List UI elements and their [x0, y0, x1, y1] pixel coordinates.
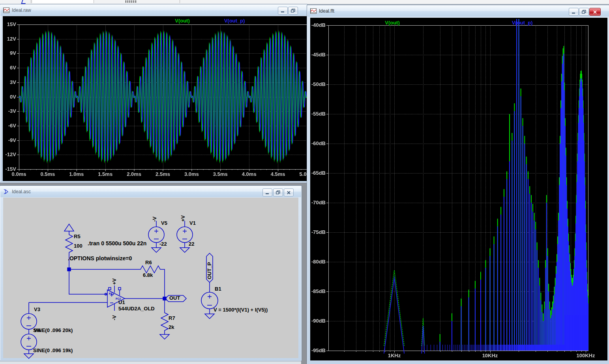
fft-window-title: Ideal.fft — [319, 8, 334, 14]
u1-pin-fc2: FC2 — [116, 296, 121, 302]
v3-ref[interactable]: V3 — [34, 307, 40, 312]
asc-restore-button[interactable] — [273, 189, 283, 196]
u1-pin-fc1: FC1 — [109, 291, 114, 297]
asc-minimize-button[interactable] — [262, 189, 272, 196]
v1-value[interactable]: 22 — [189, 241, 194, 247]
raw-titlebar[interactable]: Ideal.raw — [0, 5, 307, 16]
raw-plot-canvas[interactable] — [3, 16, 307, 181]
schematic-icon — [3, 189, 9, 194]
asc-titlebar[interactable]: Ideal.asc — [0, 186, 301, 197]
v1-rail-label[interactable]: +V — [180, 215, 186, 222]
ltspice-desktop: Ideal.raw Ideal.asc — [0, 0, 609, 364]
raw-minimize-button[interactable] — [278, 7, 288, 15]
restore-icon — [291, 9, 295, 13]
fft-close-button[interactable] — [589, 8, 601, 16]
u1-rail-top-label[interactable]: +V — [112, 278, 117, 285]
v5-rail-label[interactable]: -V — [152, 217, 157, 222]
fft-minimize-button[interactable] — [569, 8, 579, 16]
r7-ref[interactable]: R7 — [169, 315, 175, 321]
raw-window-title: Ideal.raw — [12, 7, 31, 13]
v4-value[interactable]: SINE(0 .096 19k) — [33, 348, 73, 353]
waveform-plot-icon — [310, 8, 317, 14]
r6-value[interactable]: 6.8k — [143, 273, 153, 278]
close-icon — [287, 191, 290, 194]
minimize-icon — [572, 10, 575, 14]
directive-tran[interactable]: .tran 0 5500u 500u 22n — [88, 241, 146, 246]
b1-ref[interactable]: B1 — [215, 286, 221, 292]
fft-titlebar[interactable]: Ideal.fft — [307, 6, 609, 17]
v5-ref[interactable]: V5 — [161, 220, 167, 226]
r7-value[interactable]: 2k — [169, 325, 174, 330]
asc-close-button[interactable] — [284, 189, 294, 196]
restore-icon — [582, 10, 586, 14]
fft-restore-button[interactable] — [579, 8, 589, 16]
r6-ref[interactable]: R6 — [145, 260, 152, 265]
background-logo-fragment — [21, 0, 26, 4]
window-ideal-fft: Ideal.fft — [307, 5, 609, 364]
directive-options[interactable]: .OPTIONS plotwinsize=0 — [68, 256, 132, 261]
toolbar-grip-fragment — [126, 0, 137, 3]
v5-value[interactable]: -22 — [159, 241, 167, 247]
minimize-icon — [266, 191, 269, 194]
u1-value[interactable]: 544UD2A_OLD — [118, 306, 155, 312]
u1-rail-bottom-label[interactable]: -V — [112, 315, 117, 320]
raw-restore-button[interactable] — [288, 7, 298, 15]
restore-icon — [276, 190, 280, 194]
net-label-out-p[interactable]: OUT_P — [207, 262, 212, 279]
b1-value[interactable]: V = 1500*(I(V1) + I(V5)) — [214, 307, 268, 313]
waveform-plot-icon — [3, 7, 9, 13]
background-panel-fragment — [32, 0, 94, 3]
v4-ref[interactable]: V4 — [34, 328, 40, 333]
r5-value[interactable]: 100 — [74, 243, 82, 249]
fft-plot-canvas[interactable] — [310, 18, 607, 360]
minimize-icon — [281, 9, 285, 13]
net-label-out[interactable]: OUT — [169, 295, 180, 301]
r5-ref[interactable]: R5 — [74, 234, 81, 239]
v1-ref[interactable]: V1 — [189, 220, 196, 226]
mdi-background — [301, 185, 307, 364]
window-ideal-raw: Ideal.raw — [0, 4, 308, 183]
close-icon — [593, 10, 597, 14]
asc-window-title: Ideal.asc — [12, 189, 31, 194]
